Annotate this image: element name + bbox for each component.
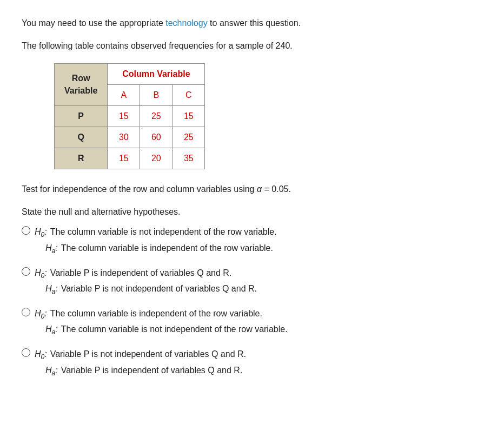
table-row: R 15 20 35	[55, 148, 205, 169]
row-label-q: Q	[55, 127, 108, 148]
option2-lines: H0: Variable P is independent of variabl…	[35, 266, 257, 296]
option1-h0-label: H0:	[35, 225, 47, 239]
hypothesis-option-3: H0: The column variable is independent o…	[22, 307, 482, 336]
option1-ha-label: Ha:	[45, 241, 58, 255]
radio-option-4[interactable]	[22, 348, 30, 357]
table-row: P 15 25 15	[55, 106, 205, 127]
radio-option-2[interactable]	[22, 267, 30, 276]
frequency-table: RowVariable Column Variable A B C P 15 2…	[54, 63, 205, 169]
radio-option-3[interactable]	[22, 308, 30, 316]
option2-ha-text: Variable P is not independent of variabl…	[61, 282, 257, 296]
intro-suffix: to answer this question.	[208, 18, 301, 28]
option1-lines: H0: The column variable is not independe…	[35, 225, 277, 255]
option3-ha-text: The column variable is not independent o…	[61, 322, 288, 336]
cell-r-c: 35	[173, 148, 205, 169]
option2-h0-line: H0: Variable P is independent of variabl…	[35, 266, 257, 280]
cell-r-b: 20	[140, 148, 173, 169]
option3-ha-line: Ha: The column variable is not independe…	[35, 322, 288, 336]
row-variable-header: RowVariable	[55, 64, 108, 106]
option1-ha-text: The column variable is independent of th…	[61, 241, 273, 255]
option4-h0-row: H0: Variable P is not independent of var…	[22, 347, 482, 377]
state-statement: State the null and alternative hypothese…	[22, 205, 482, 219]
cell-p-b: 25	[140, 106, 173, 127]
option2-h0-row: H0: Variable P is independent of variabl…	[22, 266, 482, 296]
hypotheses-section: H0: The column variable is not independe…	[22, 225, 482, 377]
cell-p-c: 15	[173, 106, 205, 127]
option3-lines: H0: The column variable is independent o…	[35, 307, 288, 336]
option4-h0-label: H0:	[35, 347, 47, 361]
intro-line1: You may need to use the appropriate tech…	[22, 16, 482, 30]
option2-h0-text: Variable P is independent of variables Q…	[50, 266, 232, 280]
option4-ha-line: Ha: Variable P is independent of variabl…	[35, 363, 246, 378]
option4-lines: H0: Variable P is not independent of var…	[35, 347, 246, 377]
option4-ha-text: Variable P is independent of variables Q…	[61, 363, 243, 378]
intro-line2: The following table contains observed fr…	[22, 39, 482, 53]
test-statement: Test for independence of the row and col…	[22, 182, 482, 196]
radio-option-1[interactable]	[22, 226, 30, 235]
hypothesis-option-2: H0: Variable P is independent of variabl…	[22, 266, 482, 296]
option1-h0-text: The column variable is not independent o…	[50, 225, 277, 239]
option1-ha-line: Ha: The column variable is independent o…	[35, 241, 277, 255]
row-label-p: P	[55, 106, 108, 127]
hypothesis-option-4: H0: Variable P is not independent of var…	[22, 347, 482, 377]
option3-h0-text: The column variable is independent of th…	[50, 307, 262, 321]
intro-prefix: You may need to use the appropriate	[22, 18, 165, 28]
option2-h0-label: H0:	[35, 266, 47, 280]
cell-q-c: 25	[173, 127, 205, 148]
option1-h0-line: H0: The column variable is not independe…	[35, 225, 277, 239]
option3-h0-label: H0:	[35, 307, 47, 321]
hypothesis-option-1: H0: The column variable is not independe…	[22, 225, 482, 255]
option2-ha-label: Ha:	[45, 282, 58, 296]
option4-h0-text: Variable P is not independent of variabl…	[50, 347, 246, 361]
frequency-table-section: RowVariable Column Variable A B C P 15 2…	[54, 63, 482, 169]
col-header-c: C	[173, 85, 205, 106]
option3-ha-label: Ha:	[45, 322, 58, 336]
option4-h0-line: H0: Variable P is not independent of var…	[35, 347, 246, 361]
alpha-symbol: α	[257, 184, 262, 194]
cell-p-a: 15	[108, 106, 140, 127]
option3-h0-line: H0: The column variable is independent o…	[35, 307, 288, 321]
option3-h0-row: H0: The column variable is independent o…	[22, 307, 482, 336]
option1-h0-row: H0: The column variable is not independe…	[22, 225, 482, 255]
row-label-r: R	[55, 148, 108, 169]
technology-link[interactable]: technology	[165, 18, 207, 28]
cell-q-a: 30	[108, 127, 140, 148]
column-variable-header: Column Variable	[108, 64, 205, 85]
option2-ha-line: Ha: Variable P is not independent of var…	[35, 282, 257, 296]
cell-r-a: 15	[108, 148, 140, 169]
option4-ha-label: Ha:	[45, 363, 58, 378]
col-header-b: B	[140, 85, 173, 106]
cell-q-b: 60	[140, 127, 173, 148]
table-row: Q 30 60 25	[55, 127, 205, 148]
col-header-a: A	[108, 85, 140, 106]
